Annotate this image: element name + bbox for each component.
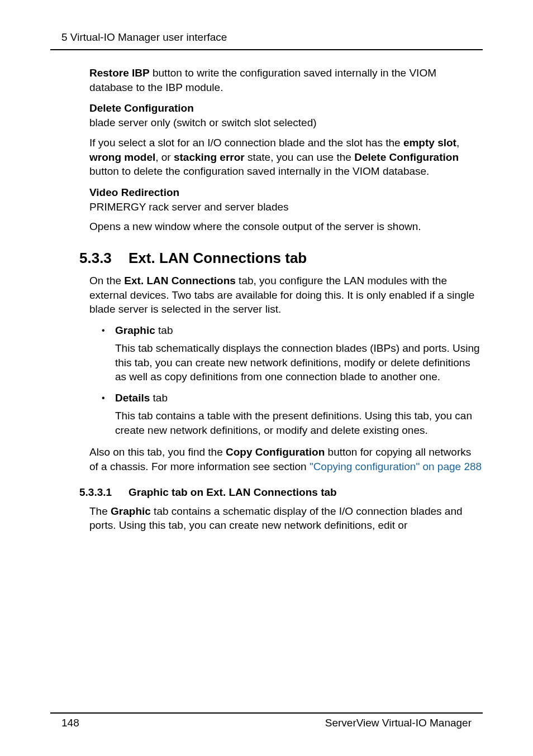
bullet-list: Graphic tab This tab schematically displ… [102,324,483,437]
list-item: Details tab This tab contains a table wi… [102,392,483,437]
subsection-number: 5.3.3.1 [79,486,129,499]
term-video-redirection: Video Redirection [89,186,483,199]
term-video-para: Opens a new window where the console out… [89,219,483,234]
section-intro: On the Ext. LAN Connections tab, you con… [89,274,483,317]
after-bullets: Also on this tab, you find the Copy Conf… [89,445,483,473]
body-content: Restore IBP button to write the configur… [89,66,483,533]
page-footer: 148 ServerView Virtual-IO Manager [50,712,483,729]
bullet-details-label: Details tab [115,392,483,404]
section-title: Ext. LAN Connections tab [129,250,307,267]
list-item: Graphic tab This tab schematically displ… [102,324,483,384]
header-rule [50,49,483,50]
bullet-details-body: This tab contains a table with the prese… [115,409,483,437]
term-video-line1: PRIMERGY rack server and server blades [89,200,483,214]
subsection-title: Graphic tab on Ext. LAN Connections tab [129,486,337,499]
section-heading: 5.3.3 Ext. LAN Connections tab [89,250,483,267]
term-delete-configuration: Delete Configuration [89,102,483,114]
footer-rule [50,712,483,714]
intro-continuation: Restore IBP button to write the configur… [89,66,483,94]
section-number: 5.3.3 [79,250,129,267]
term-delete-para: If you select a slot for an I/O connecti… [89,136,483,179]
bullet-graphic-body: This tab schematically displays the conn… [115,341,483,384]
subsection-para: The Graphic tab contains a schematic dis… [89,504,483,533]
page-number: 148 [61,717,79,729]
running-header: 5 Virtual-IO Manager user interface [61,31,483,44]
subsection-heading: 5.3.3.1 Graphic tab on Ext. LAN Connecti… [89,486,483,499]
term-delete-line1: blade server only (switch or switch slot… [89,116,483,130]
bullet-graphic-label: Graphic tab [115,324,483,337]
footer-product: ServerView Virtual-IO Manager [325,717,472,729]
